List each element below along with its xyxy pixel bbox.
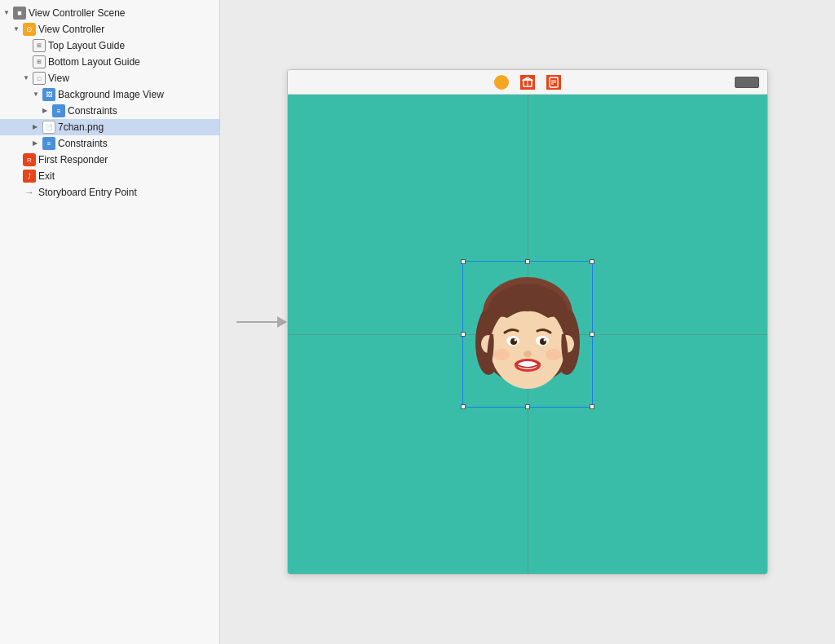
sidebar: ■ View Controller Scene ⊙ View Controlle… <box>0 0 220 644</box>
character-face <box>471 269 585 399</box>
exit-icon: ⤴ <box>23 170 36 183</box>
constraints-1-icon: ≡ <box>52 104 65 117</box>
svg-point-28 <box>546 349 562 360</box>
constraints-2-icon: ≡ <box>42 137 55 150</box>
triangle-first-responder <box>13 156 21 164</box>
constraints-2-label: Constraints <box>58 138 108 149</box>
handle-ml[interactable] <box>461 332 466 337</box>
7chan-label: 7chan.png <box>58 121 104 133</box>
sim-topbar <box>288 70 767 95</box>
triangle-exit <box>13 172 21 180</box>
svg-point-24 <box>524 351 532 357</box>
tree-item-top-layout[interactable]: ⊞ Top Layout Guide <box>0 37 219 54</box>
sim-icon-cube <box>520 75 535 90</box>
sim-battery <box>735 77 759 88</box>
constraints-1-label: Constraints <box>68 105 117 117</box>
bg-imageview-label: Background Image View <box>58 89 164 100</box>
tree-item-bottom-layout[interactable]: ⊞ Bottom Layout Guide <box>0 54 219 70</box>
svg-point-23 <box>544 339 546 342</box>
tree-item-7chan[interactable]: 📄 7chan.png <box>0 119 219 135</box>
view-label: View <box>48 73 69 84</box>
scene-icon: ■ <box>13 7 26 20</box>
handle-bl[interactable] <box>461 404 466 409</box>
file-icon: 📄 <box>42 121 55 134</box>
handle-tr[interactable] <box>590 259 594 264</box>
triangle-bottom-layout <box>23 58 31 66</box>
triangle-view <box>23 74 31 82</box>
scene-label: View Controller Scene <box>29 7 126 19</box>
top-layout-icon: ⊞ <box>33 39 46 52</box>
sim-icon-doc <box>546 75 561 90</box>
vc-label: View Controller <box>38 24 104 35</box>
bottom-layout-icon: ⊞ <box>33 55 46 68</box>
first-responder-label: First Responder <box>38 154 108 165</box>
tree-item-scene[interactable]: ■ View Controller Scene <box>0 5 219 21</box>
handle-tl[interactable] <box>461 259 466 264</box>
tree-item-exit[interactable]: ⤴ Exit <box>0 168 219 184</box>
storyboard-entry-arrow <box>236 316 287 328</box>
storyboard-label: Storyboard Entry Point <box>38 187 137 198</box>
handle-br[interactable] <box>590 404 594 409</box>
tree-item-view[interactable]: □ View <box>0 70 219 86</box>
main-canvas-area <box>220 0 835 644</box>
bg-imageview-icon: 🖼 <box>42 88 55 101</box>
svg-point-27 <box>493 349 510 360</box>
svg-point-20 <box>515 339 517 342</box>
arrow-head <box>277 316 287 328</box>
handle-bc[interactable] <box>525 404 530 409</box>
triangle-7chan <box>33 123 41 131</box>
triangle-constraints-1 <box>42 107 51 115</box>
triangle-top-layout <box>23 42 31 50</box>
arrow-icon: → <box>23 186 36 199</box>
triangle-vc <box>13 25 21 33</box>
tree-item-storyboard-entry[interactable]: → Storyboard Entry Point <box>0 184 219 201</box>
view-icon: □ <box>33 72 46 85</box>
triangle-bg-imageview <box>33 90 41 99</box>
arrow-line <box>236 321 277 323</box>
tree-item-vc[interactable]: ⊙ View Controller <box>0 21 219 37</box>
responder-icon: R <box>23 153 36 166</box>
tree-item-bg-imageview[interactable]: 🖼 Background Image View <box>0 86 219 103</box>
tree-item-constraints-2[interactable]: ≡ Constraints <box>0 135 219 152</box>
bottom-layout-label: Bottom Layout Guide <box>48 56 140 68</box>
sim-icon-circle <box>494 75 509 90</box>
vc-icon: ⊙ <box>23 23 36 36</box>
tree-item-constraints-1[interactable]: ≡ Constraints <box>0 103 219 119</box>
handle-tc[interactable] <box>525 259 530 264</box>
triangle-scene <box>3 9 11 17</box>
handle-mr[interactable] <box>590 332 594 337</box>
triangle-storyboard <box>13 188 21 196</box>
simulator-frame[interactable] <box>287 69 768 575</box>
top-layout-label: Top Layout Guide <box>48 40 125 51</box>
tree-item-first-responder[interactable]: R First Responder <box>0 152 219 168</box>
sim-canvas[interactable] <box>288 95 767 574</box>
triangle-constraints-2 <box>33 139 41 148</box>
exit-label: Exit <box>38 170 55 182</box>
